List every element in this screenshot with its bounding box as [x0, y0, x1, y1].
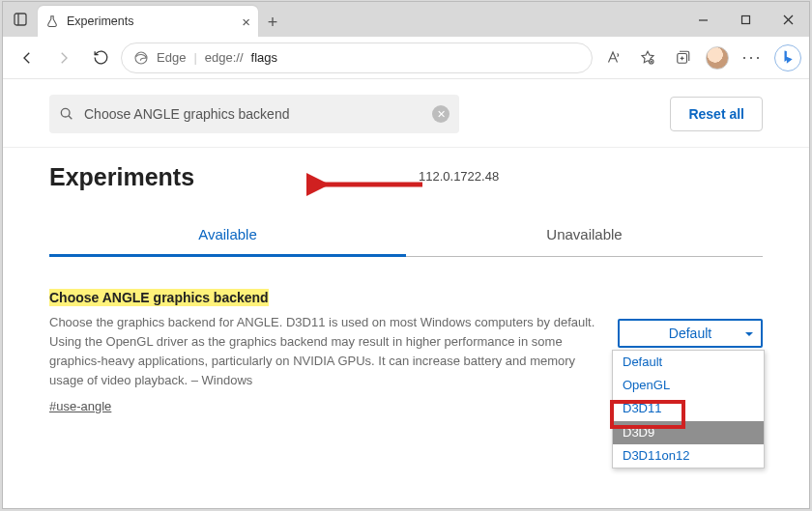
flag-option-default[interactable]: Default: [613, 351, 764, 374]
svg-line-10: [69, 116, 72, 119]
page-title: Experiments: [49, 163, 763, 191]
bing-sidebar-icon[interactable]: [774, 44, 801, 71]
forward-button[interactable]: [47, 42, 80, 74]
browser-tab[interactable]: Experiments ×: [38, 6, 258, 37]
page-content: Choose ANGLE graphics backend ✕ Reset al…: [3, 79, 809, 508]
edge-icon: [133, 50, 149, 66]
flag-option-opengl[interactable]: OpenGL: [613, 374, 764, 397]
search-input-value: Choose ANGLE graphics backend: [84, 106, 289, 122]
url-separator: |: [193, 50, 196, 65]
flag-option-d3d9[interactable]: D3D9: [613, 421, 764, 444]
browser-toolbar: Edge | edge://flags ···: [3, 37, 809, 79]
profile-avatar[interactable]: [701, 42, 734, 74]
url-path: flags: [251, 50, 277, 65]
flag-id[interactable]: #use-angle: [49, 399, 598, 413]
flag-title: Choose ANGLE graphics backend: [49, 289, 269, 306]
flag-select-value: Default: [669, 326, 711, 341]
clear-search-icon[interactable]: ✕: [432, 105, 450, 123]
svg-point-9: [61, 108, 70, 117]
address-bar[interactable]: Edge | edge://flags: [121, 43, 593, 73]
flask-icon: [45, 14, 59, 28]
back-button[interactable]: [11, 42, 44, 74]
read-aloud-icon[interactable]: [596, 42, 629, 74]
url-brand-label: Edge: [157, 50, 186, 65]
flag-option-d3d11[interactable]: D3D11: [613, 397, 764, 420]
search-icon: [59, 106, 74, 122]
flag-option-d3d11on12[interactable]: D3D11on12: [613, 444, 764, 468]
tab-title: Experiments: [67, 14, 133, 28]
flag-item: Choose ANGLE graphics backend Choose the…: [49, 290, 763, 413]
reset-all-button[interactable]: Reset all: [670, 97, 763, 131]
window-minimize-button[interactable]: [682, 2, 724, 37]
url-prefix: edge://: [205, 50, 244, 65]
svg-rect-3: [741, 15, 749, 23]
tab-close-icon[interactable]: ×: [242, 14, 250, 29]
window-maximize-button[interactable]: [724, 2, 767, 37]
flags-tabs: Available Unavailable: [49, 216, 763, 257]
more-menu-icon[interactable]: ···: [736, 42, 768, 74]
favorites-icon[interactable]: [631, 42, 664, 74]
new-tab-button[interactable]: +: [258, 8, 287, 37]
version-label: 112.0.1722.48: [419, 169, 499, 184]
flags-search-input[interactable]: Choose ANGLE graphics backend ✕: [49, 95, 459, 133]
titlebar: Experiments × +: [3, 2, 809, 37]
svg-rect-0: [14, 14, 26, 25]
reset-all-label: Reset all: [688, 106, 744, 122]
flag-select-dropdown: Default OpenGL D3D11 D3D9 D3D11on12: [612, 350, 765, 468]
collections-icon[interactable]: [666, 42, 699, 74]
tab-actions-button[interactable]: [3, 2, 38, 37]
window-close-button[interactable]: [767, 2, 809, 37]
tab-unavailable[interactable]: Unavailable: [406, 216, 763, 256]
reload-button[interactable]: [84, 42, 117, 74]
flag-description: Choose the graphics backend for ANGLE. D…: [49, 313, 598, 391]
flag-select[interactable]: Default: [618, 319, 763, 348]
tab-available[interactable]: Available: [49, 216, 406, 257]
